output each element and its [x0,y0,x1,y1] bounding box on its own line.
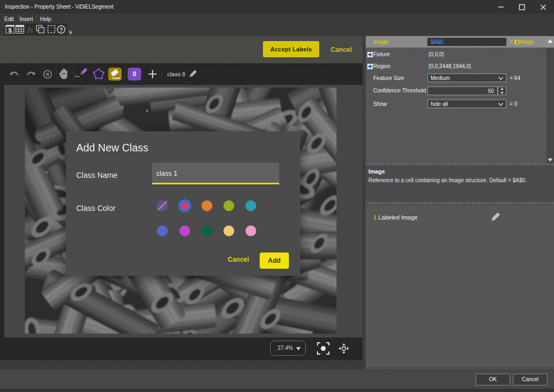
svg-text:fx: fx [28,26,33,34]
svg-text:?: ? [60,26,63,33]
svg-text:class 0: class 0 [167,71,186,77]
svg-text:0: 0 [133,70,136,78]
svg-text:$: $ [8,27,11,34]
